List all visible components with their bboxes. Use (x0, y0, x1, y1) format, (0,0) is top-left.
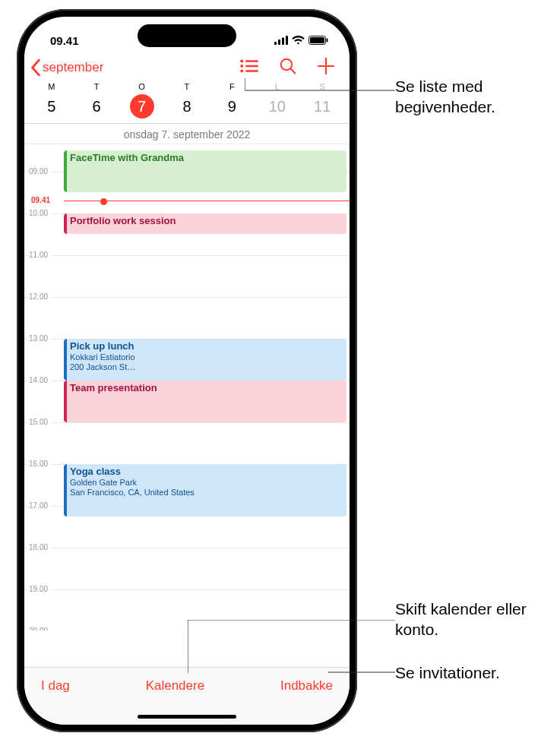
search-button[interactable] (280, 58, 296, 77)
search-icon (280, 58, 296, 74)
navbar: september (24, 52, 350, 82)
day-number: 6 (84, 94, 109, 118)
chevron-left-icon (30, 59, 41, 76)
battery-icon (308, 34, 328, 47)
back-button[interactable]: september (30, 59, 103, 76)
day-col-thu[interactable]: T 8 (164, 82, 209, 118)
hour-label: 13.00 (29, 334, 51, 343)
event-title: Team presentation (70, 383, 342, 394)
callout-inbox: Se invitationer. (395, 662, 500, 683)
hour-label: 18.00 (29, 543, 51, 551)
event-title: Portfolio work session (70, 216, 342, 227)
day-number: 9 (220, 94, 244, 118)
hour-label: 12.00 (29, 292, 51, 301)
screen: 09.41 september (24, 17, 350, 725)
hour-label: 11.00 (29, 251, 51, 259)
add-button[interactable] (318, 58, 334, 77)
callout-list: Se liste med begivenheder. (395, 76, 560, 118)
list-button[interactable] (240, 59, 258, 76)
hour-label: 10.00 (29, 209, 51, 217)
cellular-icon (274, 34, 288, 47)
svg-rect-3 (286, 36, 288, 45)
dow-label: T (74, 82, 119, 91)
event-sub2: 200 Jackson St… (70, 362, 342, 372)
plus-icon (318, 58, 334, 74)
day-col-wed[interactable]: O 7 (119, 82, 164, 118)
svg-rect-8 (245, 60, 258, 62)
hour-label: 15.00 (29, 418, 51, 426)
svg-rect-6 (327, 38, 328, 42)
list-icon (240, 59, 258, 73)
svg-rect-0 (274, 42, 277, 45)
day-col-mon[interactable]: M 5 (29, 82, 74, 118)
hour-label: 20.00 (29, 627, 51, 630)
hour-label: 09.00 (29, 167, 51, 175)
now-indicator: 09.41 (64, 201, 350, 201)
svg-rect-5 (310, 37, 324, 43)
event-title: Yoga class (70, 466, 342, 478)
home-indicator (138, 715, 236, 719)
event-team[interactable]: Team presentation (64, 381, 346, 422)
notch (138, 24, 236, 47)
svg-rect-2 (282, 37, 284, 45)
hour-label: 19.00 (29, 585, 51, 593)
date-header: onsdag 7. september 2022 (24, 124, 350, 144)
event-title: FaceTime with Grandma (70, 153, 342, 164)
hour-label: 16.00 (29, 460, 51, 468)
day-number: 7 (130, 94, 154, 118)
now-label: 09.41 (29, 196, 52, 204)
svg-point-7 (240, 60, 243, 63)
event-yoga[interactable]: Yoga class Golden Gate Park San Francisc… (64, 464, 346, 517)
event-sub1: Golden Gate Park (70, 478, 342, 488)
callout-calendars: Skift kalender eller konto. (395, 599, 560, 640)
timeline[interactable]: 09.00 10.00 11.00 12.00 13.00 14.00 15.0… (24, 144, 350, 630)
dow-label: O (119, 82, 164, 91)
day-number: 8 (175, 94, 199, 118)
dow-label: T (164, 82, 209, 91)
day-number: 10 (265, 94, 289, 118)
day-number: 5 (40, 94, 64, 118)
svg-rect-10 (245, 65, 258, 68)
hour-label: 17.00 (29, 501, 51, 510)
wifi-icon (292, 34, 305, 47)
event-portfolio[interactable]: Portfolio work session (64, 213, 346, 234)
today-button[interactable]: I dag (41, 678, 70, 694)
status-icons (274, 34, 328, 47)
calendars-button[interactable]: Kalendere (146, 678, 205, 694)
event-sub1: Kokkari Estiatorio (70, 352, 342, 362)
status-time: 09.41 (50, 34, 79, 47)
event-lunch[interactable]: Pick up lunch Kokkari Estiatorio 200 Jac… (64, 339, 346, 381)
inbox-button[interactable]: Indbakke (280, 678, 333, 694)
dow-label: M (29, 82, 74, 91)
hour-label: 14.00 (29, 376, 51, 384)
event-sub2: San Francisco, CA, United States (70, 488, 342, 498)
svg-point-9 (240, 65, 243, 68)
svg-line-14 (291, 69, 296, 74)
day-number: 11 (310, 94, 334, 118)
svg-point-11 (240, 70, 243, 73)
event-title: Pick up lunch (70, 341, 342, 352)
day-col-tue[interactable]: T 6 (74, 82, 119, 118)
event-facetime[interactable]: FaceTime with Grandma (64, 150, 346, 192)
svg-rect-12 (245, 70, 258, 72)
svg-rect-1 (278, 39, 280, 45)
back-label: september (43, 60, 103, 75)
bottom-toolbar: I dag Kalendere Indbakke (24, 667, 350, 725)
